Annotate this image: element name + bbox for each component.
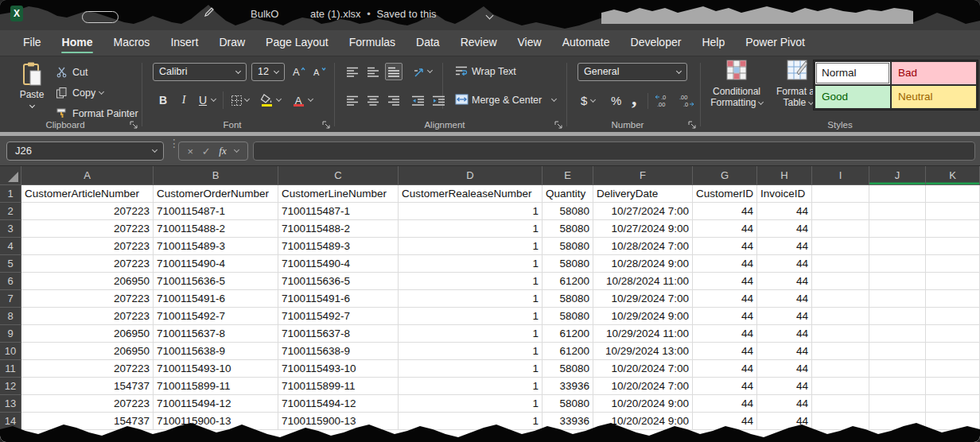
cell-J5[interactable] xyxy=(869,255,926,273)
cell-F14[interactable]: 10/20/2024 9:00 xyxy=(593,413,693,430)
menu-tab-power-pivot[interactable]: Power Pivot xyxy=(735,30,815,56)
cell-E11[interactable]: 58080 xyxy=(542,360,593,378)
cell-H12[interactable]: 44 xyxy=(757,378,812,395)
row-header-10[interactable]: 10 xyxy=(0,343,21,360)
cell-I9[interactable] xyxy=(812,325,869,343)
menu-tab-insert[interactable]: Insert xyxy=(160,30,208,56)
cell-K3[interactable] xyxy=(926,220,980,238)
cell-K6[interactable] xyxy=(926,273,980,290)
cell-style-bad[interactable]: Bad xyxy=(892,62,976,84)
cell-C8[interactable]: 7100115492-7 xyxy=(278,308,399,325)
cell-K13[interactable] xyxy=(926,395,980,413)
comma-format-button[interactable]: , xyxy=(632,87,637,111)
cell-J10[interactable] xyxy=(869,343,926,360)
cell-A2[interactable]: 207223 xyxy=(21,203,154,220)
menu-tab-home[interactable]: Home xyxy=(52,30,103,56)
cell-G4[interactable]: 44 xyxy=(693,238,757,255)
select-all-corner[interactable] xyxy=(0,166,21,185)
cell-G3[interactable]: 44 xyxy=(693,220,757,238)
cell-B3[interactable]: 7100115488-2 xyxy=(154,220,278,238)
cell-B2[interactable]: 7100115487-1 xyxy=(154,203,278,220)
cell-F1[interactable]: DeliveryDate xyxy=(593,185,693,203)
font-dialog-launcher[interactable] xyxy=(321,118,331,128)
cell-C6[interactable]: 7100115636-5 xyxy=(278,273,399,290)
cell-J14[interactable] xyxy=(869,413,926,430)
row-header-14[interactable]: 14 xyxy=(0,413,21,430)
cut-button[interactable]: Cut xyxy=(56,66,88,79)
cell-J13[interactable] xyxy=(869,395,926,413)
cell-C2[interactable]: 7100115487-1 xyxy=(278,203,399,220)
cell-I8[interactable] xyxy=(812,308,869,325)
decrease-indent-button[interactable] xyxy=(409,91,426,109)
cell-E5[interactable]: 58080 xyxy=(542,255,593,273)
cell-K9[interactable] xyxy=(926,325,980,343)
cell-I1[interactable] xyxy=(812,185,869,203)
cell-E14[interactable]: 33936 xyxy=(542,413,593,430)
cell-B8[interactable]: 7100115492-7 xyxy=(154,308,278,325)
cell-F6[interactable]: 10/28/2024 11:00 xyxy=(593,273,693,290)
menu-tab-macros[interactable]: Macros xyxy=(103,30,160,56)
cell-H1[interactable]: InvoiceID xyxy=(757,185,812,203)
currency-format-button[interactable]: $ xyxy=(581,94,595,107)
cell-A14[interactable]: 154737 xyxy=(21,413,154,430)
fill-color-button[interactable] xyxy=(258,91,275,109)
cell-E13[interactable]: 58080 xyxy=(542,395,593,413)
percent-format-button[interactable]: % xyxy=(611,94,621,107)
row-header-4[interactable]: 4 xyxy=(0,238,21,255)
orientation-chevron-icon[interactable] xyxy=(425,63,434,80)
cell-G6[interactable]: 44 xyxy=(693,273,757,290)
cell-F8[interactable]: 10/29/2024 9:00 xyxy=(593,308,693,325)
cell-H6[interactable]: 44 xyxy=(757,273,812,290)
cell-F10[interactable]: 10/29/2024 13:00 xyxy=(593,343,693,360)
cell-D1[interactable]: CustomerRealeaseNumber xyxy=(399,185,542,203)
column-header-H[interactable]: H xyxy=(757,166,812,185)
cell-C1[interactable]: CustomerLineNumber xyxy=(278,185,399,203)
cell-B14[interactable]: 7100115900-13 xyxy=(154,413,278,430)
cell-E7[interactable]: 58080 xyxy=(542,290,593,308)
cell-H7[interactable]: 44 xyxy=(757,290,812,308)
column-header-B[interactable]: B xyxy=(154,166,278,185)
menu-tab-view[interactable]: View xyxy=(508,30,552,56)
cell-style-normal[interactable]: Normal xyxy=(815,62,890,84)
cell-H5[interactable]: 44 xyxy=(757,255,812,273)
column-header-I[interactable]: I xyxy=(812,166,869,185)
borders-chevron-icon[interactable] xyxy=(242,91,251,109)
menu-tab-formulas[interactable]: Formulas xyxy=(339,30,406,56)
menu-tab-review[interactable]: Review xyxy=(450,30,508,56)
row-header-7[interactable]: 7 xyxy=(0,290,21,308)
cell-F3[interactable]: 10/27/2024 9:00 xyxy=(593,220,693,238)
menu-tab-help[interactable]: Help xyxy=(691,30,735,56)
column-header-A[interactable]: A xyxy=(21,166,154,185)
cell-I5[interactable] xyxy=(812,255,869,273)
cell-A4[interactable]: 207223 xyxy=(21,238,154,255)
cell-G2[interactable]: 44 xyxy=(693,203,757,220)
cell-D6[interactable]: 1 xyxy=(399,273,542,290)
cell-K12[interactable] xyxy=(926,378,980,395)
autosave-toggle[interactable] xyxy=(82,11,119,23)
alignment-dialog-launcher[interactable] xyxy=(554,118,563,128)
cell-E8[interactable]: 58080 xyxy=(542,308,593,325)
cell-J2[interactable] xyxy=(869,203,926,220)
cell-I6[interactable] xyxy=(812,273,869,290)
format-painter-button[interactable]: Format Painter xyxy=(56,107,138,120)
cell-G9[interactable]: 44 xyxy=(693,325,757,343)
cell-C12[interactable]: 7100115899-11 xyxy=(278,378,399,395)
align-right-button[interactable] xyxy=(385,91,402,109)
number-format-combo[interactable]: General xyxy=(578,63,687,81)
cell-A3[interactable]: 207223 xyxy=(21,220,154,238)
paste-button[interactable]: Paste xyxy=(13,61,51,107)
cell-B6[interactable]: 7100115636-5 xyxy=(154,273,278,290)
cell-H10[interactable]: 44 xyxy=(757,343,812,360)
italic-button[interactable]: I xyxy=(175,91,192,109)
cell-J7[interactable] xyxy=(869,290,926,308)
row-header-2[interactable]: 2 xyxy=(0,203,21,220)
cell-D11[interactable]: 1 xyxy=(399,360,542,378)
cell-A5[interactable]: 207223 xyxy=(21,255,154,273)
cell-B11[interactable]: 7100115493-10 xyxy=(154,360,278,378)
copy-button[interactable]: Copy xyxy=(56,87,103,99)
cell-E9[interactable]: 61200 xyxy=(542,325,593,343)
cell-K8[interactable] xyxy=(926,308,980,325)
increase-indent-button[interactable] xyxy=(430,91,447,109)
wrap-text-button[interactable]: Wrap Text xyxy=(455,65,516,78)
increase-decimal-button[interactable]: .0.00 xyxy=(652,91,673,109)
